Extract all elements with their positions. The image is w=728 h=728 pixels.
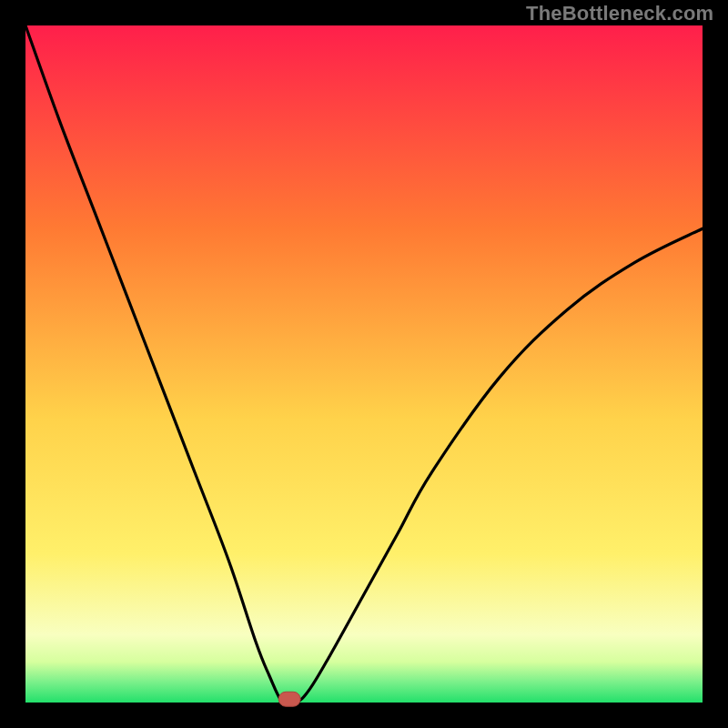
optimal-point-marker xyxy=(278,692,300,706)
watermark: TheBottleneck.com xyxy=(526,2,713,25)
plot-background-gradient xyxy=(25,25,703,703)
bottleneck-chart xyxy=(0,0,728,728)
